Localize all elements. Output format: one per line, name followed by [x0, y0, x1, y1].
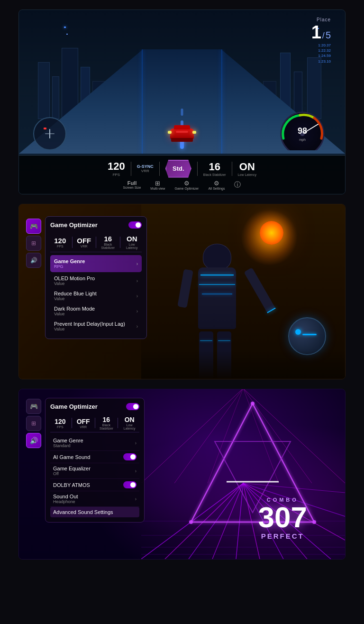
glow-line-1: [200, 275, 234, 275]
menu-item-oled-2[interactable]: OLED Motion Pro Value ›: [50, 273, 142, 288]
side-icon-controller-3[interactable]: 🎮: [26, 399, 41, 414]
menu-item-genre-3[interactable]: Game Genre Standard ›: [50, 435, 139, 451]
char-arm-left: [177, 269, 193, 308]
dark-room-label: Dark Room Mode: [54, 306, 95, 312]
btn-full-label: Full: [123, 180, 141, 186]
genre-label-3: Game Genre: [53, 438, 83, 443]
menu-item-dark-room[interactable]: Dark Room Mode Value ›: [50, 303, 142, 319]
btn-multiview-sub: Multi-view: [150, 187, 165, 190]
character-area: [141, 204, 345, 379]
fps-label: FPS: [108, 173, 125, 177]
dark-room-text: Dark Room Mode Value: [54, 306, 95, 316]
menu-item-advanced-sound[interactable]: Advanced Sound Settings: [50, 507, 139, 517]
sound-out-chevron: ›: [135, 496, 136, 502]
stats-row-2: 120 FPS OFF VRR 16 Black Stabilizer ON L…: [50, 232, 142, 252]
stat-vrr-lbl-3: VRR: [74, 425, 92, 429]
side-icon-sound-3[interactable]: 🔊: [26, 433, 41, 448]
oled-chevron: ›: [136, 278, 138, 284]
genre-text-3: Game Genre Standard: [53, 438, 83, 448]
side-icon-display[interactable]: ⊞: [26, 236, 41, 251]
stat-bs-3: 16 Black Stabilizer: [98, 416, 116, 430]
svg-text:mph: mph: [299, 138, 306, 142]
hud-overlay: 120 FPS G-SYNC VRR Std. 16 Black Stabili…: [19, 155, 345, 194]
btn-info[interactable]: ⓘ: [234, 181, 241, 189]
speedometer: 98 mph: [276, 108, 333, 155]
divider-3: [197, 162, 198, 176]
stat-div-1: [72, 237, 73, 248]
btn-game-optimizer[interactable]: ⚙ Game Optimizer: [174, 180, 199, 190]
stat-ll-3: ON Low Latency: [120, 416, 138, 430]
gsync-value: G-SYNC: [137, 164, 154, 169]
oled-text: OLED Motion Pro Value: [54, 275, 95, 286]
lap-time-4: 1:23.10: [311, 59, 331, 64]
optimizer-header-2: Game Optimizer: [50, 221, 142, 229]
menu-item-ai-sound[interactable]: AI Game Sound: [50, 451, 139, 463]
btn-multiview-icon: ⊞: [150, 180, 165, 187]
black-stab-value: 16: [203, 161, 226, 173]
svg-text:98: 98: [298, 126, 307, 136]
side-icons-panel2: 🎮 ⊞ 🔊: [26, 219, 41, 268]
optimizer-toggle-3[interactable]: [126, 403, 139, 410]
lap-time-2: 1:22.32: [311, 48, 331, 53]
stat-ll-val-3: ON: [120, 416, 138, 423]
dolby-toggle[interactable]: [123, 481, 136, 488]
vrr-label: VRR: [137, 169, 154, 173]
dark-room-value: Value: [54, 312, 95, 316]
menu-item-blue-light[interactable]: Reduce Blue Light Value ›: [50, 288, 142, 303]
stat-fps-lbl-3: FPS: [51, 425, 69, 429]
genre-chevron: ›: [136, 261, 138, 266]
leg-glow-2: [218, 340, 230, 341]
combo-rating: PERFECT: [258, 532, 307, 540]
stat-bs-2: 16 Black Stabilizer: [99, 235, 117, 249]
divider-1: [131, 162, 131, 176]
genre-label: Game Genre: [54, 258, 85, 264]
btn-multiview[interactable]: ⊞ Multi-view: [150, 180, 165, 190]
black-stab-label: Black Stabilizer: [203, 173, 226, 176]
lap-time-1: 1:20.37: [311, 43, 331, 48]
char-helmet: [203, 244, 231, 270]
ai-sound-label: AI Game Sound: [53, 454, 90, 460]
menu-item-input-delay[interactable]: Prevent Input Delay(Input Lag) Value ›: [50, 319, 142, 334]
magic-orb: [260, 221, 283, 245]
stat-div-2: [96, 237, 96, 248]
stat-fps-val-2: 120: [51, 237, 69, 245]
menu-item-sound-out[interactable]: Sound Out Headphone ›: [50, 491, 139, 507]
toggle-knob-3: [133, 404, 138, 409]
position-label: Place: [311, 17, 331, 22]
leg-glow-1: [200, 340, 212, 341]
hud-fps: 120 FPS: [108, 160, 125, 177]
position-current: 1: [311, 22, 321, 43]
side-icon-display-3[interactable]: ⊞: [26, 416, 41, 431]
svg-point-32: [189, 520, 193, 524]
menu-item-genre-2[interactable]: Game Genre RPG ›: [50, 255, 142, 272]
arm-glow: [267, 308, 275, 313]
side-icon-sound[interactable]: 🔊: [26, 253, 41, 268]
dark-room-chevron: ›: [136, 309, 138, 314]
stat-vrr-2: OFF VRR: [75, 237, 93, 248]
btn-full[interactable]: Full Screen Size: [123, 180, 141, 189]
optimizer-toggle-2[interactable]: [128, 221, 142, 229]
stat-ll-lbl-3: Low Latency: [120, 423, 138, 430]
lap-time-3: 1:24.59: [311, 53, 331, 58]
stat-div-3: [120, 237, 120, 248]
btn-all-settings[interactable]: ⚙ All Settings: [208, 180, 225, 190]
svg-point-30: [251, 402, 255, 405]
menu-item-equalizer[interactable]: Game Equalizer Off ›: [50, 463, 139, 479]
stat-ll-2: ON Low Latency: [123, 235, 141, 249]
equalizer-label: Game Equalizer: [53, 466, 91, 471]
panel-music-game: COMBO 307 PERFECT 🎮 ⊞ 🔊 Game Optimizer 1…: [18, 389, 346, 560]
race-position: Place 1 / 5 1:20.37 1:22.32 1:24.59 1:23…: [311, 17, 331, 64]
robot-sphere: [288, 317, 326, 355]
optimizer-panel-2: Game Optimizer 120 FPS OFF VRR 16 Black …: [45, 216, 147, 339]
blue-light-text: Reduce Blue Light Value: [54, 291, 97, 301]
hud-gsync: G-SYNC VRR: [137, 164, 154, 173]
side-icon-controller[interactable]: 🎮: [26, 219, 41, 234]
oled-value: Value: [54, 281, 95, 286]
blue-light-chevron: ›: [136, 294, 138, 299]
position-total: 5: [326, 30, 331, 41]
ai-sound-toggle[interactable]: [123, 453, 136, 460]
menu-item-dolby[interactable]: DOLBY ATMOS: [50, 479, 139, 491]
sound-out-label: Sound Out: [53, 494, 78, 499]
input-delay-value: Value: [54, 327, 125, 331]
btn-optimizer-icon: ⚙: [174, 180, 199, 187]
